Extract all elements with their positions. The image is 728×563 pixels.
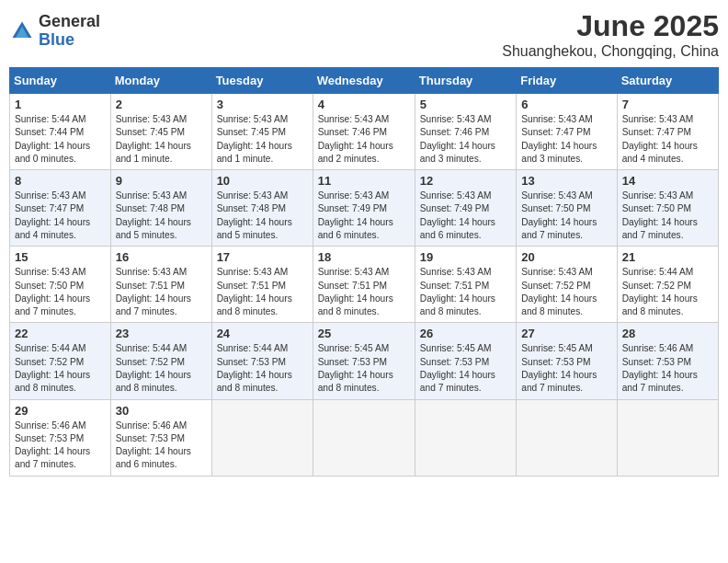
header-friday: Friday <box>517 68 617 94</box>
day-1: 1 Sunrise: 5:44 AMSunset: 7:44 PMDayligh… <box>10 94 111 170</box>
day-11: 11 Sunrise: 5:43 AMSunset: 7:49 PMDaylig… <box>313 170 415 247</box>
day-7: 7 Sunrise: 5:43 AMSunset: 7:47 PMDayligh… <box>617 94 718 170</box>
logo-icon <box>9 18 35 44</box>
header-saturday: Saturday <box>617 68 718 94</box>
logo-general: General <box>39 13 100 31</box>
day-10: 10 Sunrise: 5:43 AMSunset: 7:48 PMDaylig… <box>211 170 313 247</box>
day-22: 22 Sunrise: 5:44 AMSunset: 7:52 PMDaylig… <box>10 323 111 399</box>
day-27: 27 Sunrise: 5:45 AMSunset: 7:53 PMDaylig… <box>517 323 617 399</box>
week-5: 29 Sunrise: 5:46 AMSunset: 7:53 PMDaylig… <box>10 399 719 476</box>
title-area: June 2025 Shuanghekou, Chongqing, China <box>502 9 719 60</box>
empty-1 <box>211 399 313 476</box>
week-4: 22 Sunrise: 5:44 AMSunset: 7:52 PMDaylig… <box>10 323 719 399</box>
logo-text: General Blue <box>39 13 100 50</box>
day-18: 18 Sunrise: 5:43 AMSunset: 7:51 PMDaylig… <box>313 247 415 323</box>
empty-3 <box>415 399 516 476</box>
day-headers: Sunday Monday Tuesday Wednesday Thursday… <box>10 68 719 94</box>
day-23: 23 Sunrise: 5:44 AMSunset: 7:52 PMDaylig… <box>110 323 211 399</box>
header: General Blue June 2025 Shuanghekou, Chon… <box>9 9 719 60</box>
day-3: 3 Sunrise: 5:43 AMSunset: 7:45 PMDayligh… <box>211 94 313 170</box>
header-monday: Monday <box>110 68 211 94</box>
header-sunday: Sunday <box>10 68 111 94</box>
month-title: June 2025 <box>502 9 719 43</box>
day-17: 17 Sunrise: 5:43 AMSunset: 7:51 PMDaylig… <box>211 247 313 323</box>
week-3: 15 Sunrise: 5:43 AMSunset: 7:50 PMDaylig… <box>10 247 719 323</box>
day-16: 16 Sunrise: 5:43 AMSunset: 7:51 PMDaylig… <box>110 247 211 323</box>
week-2: 8 Sunrise: 5:43 AMSunset: 7:47 PMDayligh… <box>10 170 719 247</box>
header-wednesday: Wednesday <box>313 68 415 94</box>
day-12: 12 Sunrise: 5:43 AMSunset: 7:49 PMDaylig… <box>415 170 516 247</box>
day-24: 24 Sunrise: 5:44 AMSunset: 7:53 PMDaylig… <box>211 323 313 399</box>
day-8: 8 Sunrise: 5:43 AMSunset: 7:47 PMDayligh… <box>10 170 111 247</box>
day-20: 20 Sunrise: 5:43 AMSunset: 7:52 PMDaylig… <box>517 247 617 323</box>
day-5: 5 Sunrise: 5:43 AMSunset: 7:46 PMDayligh… <box>415 94 516 170</box>
day-15: 15 Sunrise: 5:43 AMSunset: 7:50 PMDaylig… <box>10 247 111 323</box>
location-title: Shuanghekou, Chongqing, China <box>502 43 719 60</box>
day-19: 19 Sunrise: 5:43 AMSunset: 7:51 PMDaylig… <box>415 247 516 323</box>
day-21: 21 Sunrise: 5:44 AMSunset: 7:52 PMDaylig… <box>617 247 718 323</box>
calendar: Sunday Monday Tuesday Wednesday Thursday… <box>9 67 719 477</box>
empty-2 <box>313 399 415 476</box>
day-26: 26 Sunrise: 5:45 AMSunset: 7:53 PMDaylig… <box>415 323 516 399</box>
day-14: 14 Sunrise: 5:43 AMSunset: 7:50 PMDaylig… <box>617 170 718 247</box>
day-29: 29 Sunrise: 5:46 AMSunset: 7:53 PMDaylig… <box>10 399 111 476</box>
day-25: 25 Sunrise: 5:45 AMSunset: 7:53 PMDaylig… <box>313 323 415 399</box>
day-13: 13 Sunrise: 5:43 AMSunset: 7:50 PMDaylig… <box>517 170 617 247</box>
day-2: 2 Sunrise: 5:43 AMSunset: 7:45 PMDayligh… <box>110 94 211 170</box>
header-tuesday: Tuesday <box>211 68 313 94</box>
logo-blue: Blue <box>39 31 100 50</box>
day-6: 6 Sunrise: 5:43 AMSunset: 7:47 PMDayligh… <box>517 94 617 170</box>
day-9: 9 Sunrise: 5:43 AMSunset: 7:48 PMDayligh… <box>110 170 211 247</box>
day-30: 30 Sunrise: 5:46 AMSunset: 7:53 PMDaylig… <box>110 399 211 476</box>
empty-5 <box>617 399 718 476</box>
day-4: 4 Sunrise: 5:43 AMSunset: 7:46 PMDayligh… <box>313 94 415 170</box>
header-thursday: Thursday <box>415 68 516 94</box>
week-1: 1 Sunrise: 5:44 AMSunset: 7:44 PMDayligh… <box>10 94 719 170</box>
empty-4 <box>517 399 617 476</box>
day-28: 28 Sunrise: 5:46 AMSunset: 7:53 PMDaylig… <box>617 323 718 399</box>
logo: General Blue <box>9 13 100 50</box>
